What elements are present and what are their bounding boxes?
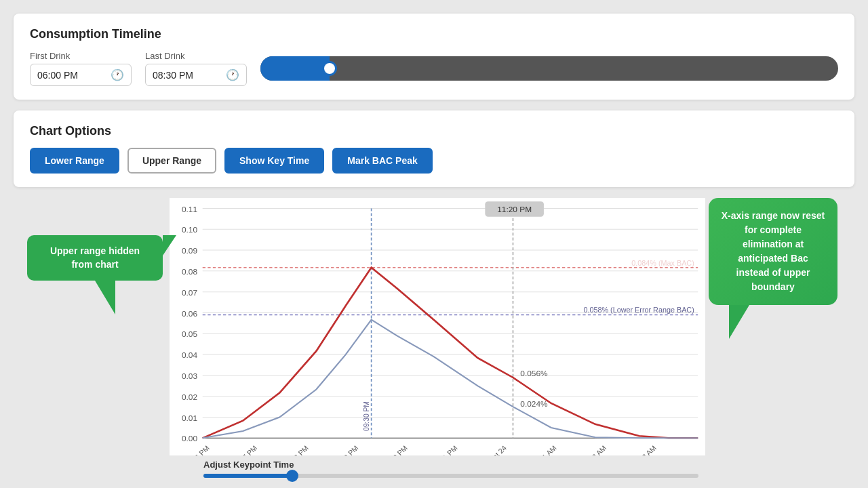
consumption-timeline-card: Consumption Timeline First Drink 06:00 P…	[14, 14, 854, 100]
svg-text:0.084% (Max BAC): 0.084% (Max BAC)	[631, 259, 694, 267]
keypoint-thumb[interactable]	[286, 470, 298, 482]
chart-options-buttons: Lower Range Upper Range Show Key Time Ma…	[30, 148, 838, 174]
timeline-filled	[260, 56, 330, 81]
svg-text:0.056%: 0.056%	[520, 369, 547, 378]
svg-text:11:20 PM: 11:20 PM	[497, 205, 532, 214]
annotation-left: Upper range hidden from chart	[27, 235, 163, 314]
svg-text:07 PM: 07 PM	[238, 444, 259, 455]
svg-text:09:30 PM: 09:30 PM	[362, 401, 370, 431]
show-key-time-button[interactable]: Show Key Time	[224, 148, 324, 174]
svg-text:0.03: 0.03	[182, 371, 197, 380]
svg-text:06 PM: 06 PM	[190, 444, 211, 455]
svg-text:02 AM: 02 AM	[587, 444, 608, 455]
chart-options-title: Chart Options	[30, 124, 838, 138]
svg-text:Sat 24: Sat 24	[487, 444, 508, 455]
timeline-track	[260, 56, 838, 81]
consumption-timeline-title: Consumption Timeline	[30, 27, 838, 41]
last-drink-field: Last Drink 08:30 PM 🕐	[145, 51, 247, 86]
clock-icon-last: 🕐	[226, 68, 239, 81]
timeline-row: First Drink 06:00 PM 🕐 Last Drink 08:30 …	[30, 51, 838, 86]
first-drink-value: 06:00 PM	[37, 70, 105, 81]
mark-bac-peak-button[interactable]: Mark BAC Peak	[332, 148, 433, 174]
svg-text:08 PM: 08 PM	[289, 444, 310, 455]
first-drink-input[interactable]: 06:00 PM 🕐	[30, 64, 132, 86]
svg-text:0.05: 0.05	[182, 330, 197, 339]
svg-text:0.04: 0.04	[182, 351, 198, 360]
adjust-keypoint-label: Adjust Keypoint Time	[170, 460, 705, 470]
svg-text:0.00: 0.00	[182, 434, 197, 443]
annotation-right: X-axis range now reset for complete elim…	[709, 198, 841, 339]
svg-text:0.08: 0.08	[182, 267, 197, 276]
keypoint-track	[203, 474, 698, 478]
svg-text:0.10: 0.10	[182, 226, 197, 235]
last-drink-value: 08:30 PM	[153, 70, 220, 81]
upper-range-button[interactable]: Upper Range	[127, 148, 216, 174]
last-drink-label: Last Drink	[145, 51, 247, 61]
keypoint-filled	[203, 474, 292, 478]
svg-text:0.09: 0.09	[182, 246, 197, 255]
svg-text:09 PM: 09 PM	[339, 444, 360, 455]
svg-text:0.058% (Lower Error Range BAC): 0.058% (Lower Error Range BAC)	[583, 306, 694, 314]
chart-options-card: Chart Options Lower Range Upper Range Sh…	[14, 110, 854, 187]
chart-section: Upper range hidden from chart X-axis ran…	[27, 198, 841, 478]
svg-text:0.024%: 0.024%	[520, 399, 547, 408]
first-drink-field: First Drink 06:00 PM 🕐	[30, 51, 132, 86]
arrow-down-left-icon	[95, 281, 115, 314]
svg-text:10 PM: 10 PM	[388, 444, 409, 455]
svg-text:0.06: 0.06	[182, 309, 197, 318]
svg-text:0.01: 0.01	[182, 413, 197, 422]
svg-text:0.02: 0.02	[182, 392, 197, 401]
annotation-left-bubble: Upper range hidden from chart	[27, 235, 163, 281]
last-drink-input[interactable]: 08:30 PM 🕐	[145, 64, 247, 86]
chart-wrap: 0.11 0.10 0.09 0.08 0.07 0.06 0.05 0.04 …	[170, 198, 705, 478]
bac-chart: 0.11 0.10 0.09 0.08 0.07 0.06 0.05 0.04 …	[170, 198, 705, 455]
arrow-down-right-icon	[729, 305, 749, 339]
svg-text:11 PM: 11 PM	[438, 444, 459, 455]
svg-text:0.11: 0.11	[182, 205, 197, 214]
lower-range-button[interactable]: Lower Range	[30, 148, 119, 174]
timeline-slider[interactable]	[260, 56, 838, 81]
timeline-thumb[interactable]	[322, 61, 337, 76]
keypoint-slider[interactable]	[170, 474, 705, 478]
svg-text:03 AM: 03 AM	[637, 444, 658, 455]
svg-text:01 AM: 01 AM	[537, 444, 557, 455]
clock-icon-first: 🕐	[111, 68, 124, 81]
svg-text:0.07: 0.07	[182, 288, 197, 297]
first-drink-label: First Drink	[30, 51, 132, 61]
annotation-right-bubble: X-axis range now reset for complete elim…	[709, 198, 837, 305]
